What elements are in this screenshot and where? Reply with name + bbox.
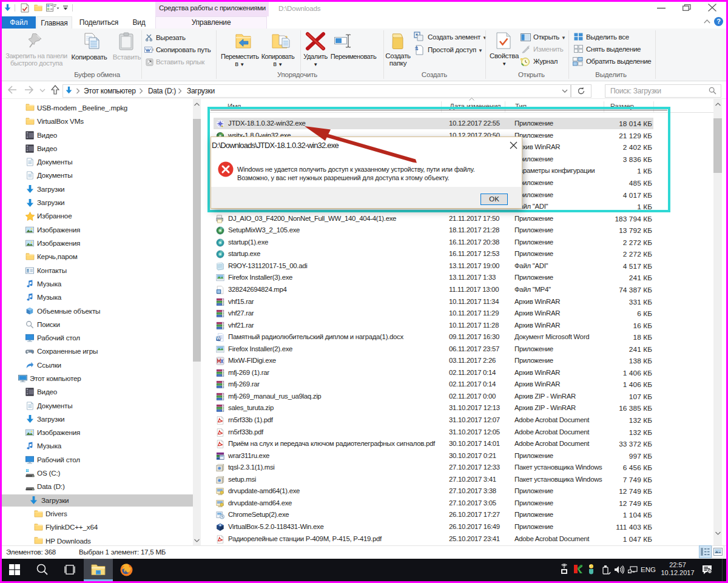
- svg-text:W: W: [217, 336, 221, 340]
